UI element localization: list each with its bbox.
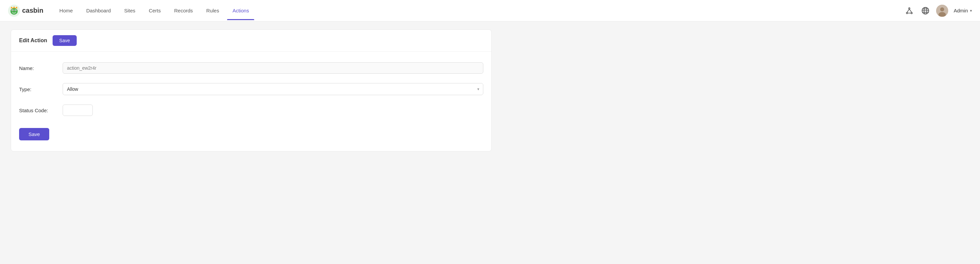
nav-item-sites[interactable]: Sites bbox=[119, 1, 141, 20]
save-bottom-button[interactable]: Save bbox=[19, 128, 49, 140]
svg-line-10 bbox=[907, 9, 909, 13]
nav-item-actions[interactable]: Actions bbox=[227, 1, 254, 20]
svg-point-5 bbox=[15, 10, 16, 10]
type-label: Type: bbox=[19, 86, 63, 92]
avatar-image bbox=[936, 5, 948, 17]
name-form-group: Name: bbox=[19, 62, 483, 74]
navbar: casbin Home Dashboard Sites Certs Record… bbox=[0, 0, 980, 21]
hub-icon bbox=[905, 7, 913, 15]
svg-point-4 bbox=[12, 10, 13, 10]
nav-item-rules[interactable]: Rules bbox=[201, 1, 224, 20]
svg-point-8 bbox=[906, 13, 908, 14]
edit-action-card: Edit Action Save Name: Type: Allow Deny … bbox=[11, 30, 492, 151]
save-header-button[interactable]: Save bbox=[52, 35, 77, 46]
admin-label: Admin bbox=[953, 8, 968, 13]
card-header: Edit Action Save bbox=[11, 30, 492, 52]
name-input[interactable] bbox=[63, 62, 483, 74]
card-body: Name: Type: Allow Deny ▾ Status Code: 20… bbox=[11, 52, 492, 151]
name-label: Name: bbox=[19, 65, 63, 71]
avatar bbox=[936, 5, 948, 17]
type-select[interactable]: Allow Deny bbox=[63, 83, 483, 95]
status-code-label: Status Code: bbox=[19, 108, 63, 113]
type-form-group: Type: Allow Deny ▾ bbox=[19, 83, 483, 95]
nav-item-certs[interactable]: Certs bbox=[143, 1, 166, 20]
card-title: Edit Action bbox=[19, 38, 47, 43]
svg-line-11 bbox=[909, 9, 912, 13]
svg-point-9 bbox=[911, 13, 912, 14]
logo-text: casbin bbox=[22, 7, 43, 14]
status-code-form-group: Status Code: 200 bbox=[19, 105, 483, 116]
logo-icon bbox=[8, 5, 20, 17]
logo[interactable]: casbin bbox=[8, 5, 43, 17]
main-content: Edit Action Save Name: Type: Allow Deny … bbox=[0, 21, 503, 159]
svg-point-1 bbox=[10, 8, 18, 14]
globe-icon bbox=[921, 7, 929, 15]
type-select-wrapper: Allow Deny ▾ bbox=[63, 83, 483, 95]
globe-icon-button[interactable] bbox=[920, 5, 931, 16]
status-code-input[interactable]: 200 bbox=[63, 105, 93, 116]
chevron-down-icon: ▾ bbox=[970, 8, 972, 13]
nav-item-records[interactable]: Records bbox=[169, 1, 198, 20]
nav-item-dashboard[interactable]: Dashboard bbox=[81, 1, 116, 20]
nav-item-home[interactable]: Home bbox=[54, 1, 78, 20]
svg-point-7 bbox=[908, 8, 910, 9]
nav-menu: Home Dashboard Sites Certs Records Rules… bbox=[54, 1, 904, 20]
hub-icon-button[interactable] bbox=[904, 5, 915, 16]
admin-dropdown[interactable]: Admin ▾ bbox=[953, 8, 972, 13]
navbar-right: Admin ▾ bbox=[904, 5, 972, 17]
svg-point-19 bbox=[940, 7, 944, 11]
